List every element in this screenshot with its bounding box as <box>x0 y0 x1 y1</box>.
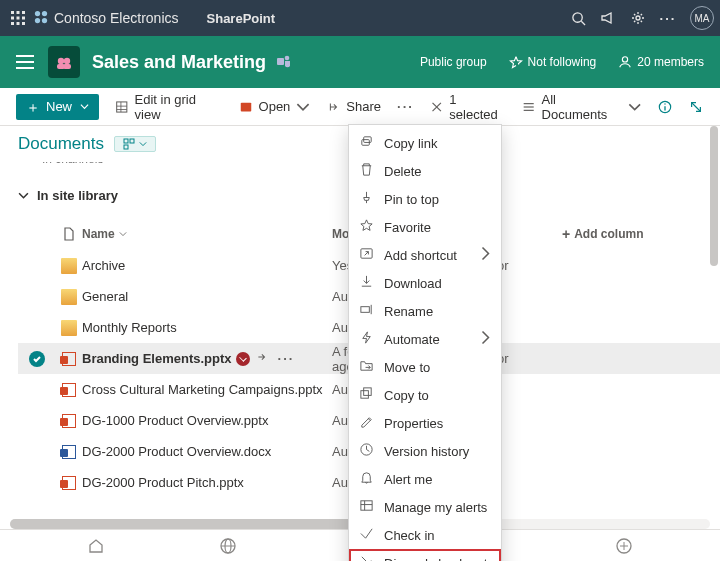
share-icon[interactable] <box>254 350 268 367</box>
menu-item-copy-to[interactable]: Copy to <box>349 381 501 409</box>
menu-item-pin-to-top[interactable]: Pin to top <box>349 185 501 213</box>
file-name[interactable]: Branding Elements.pptx <box>82 351 232 366</box>
app-launcher-icon[interactable] <box>6 6 30 30</box>
menu-item-automate[interactable]: Automate <box>349 325 501 353</box>
menu-item-properties[interactable]: Properties <box>349 409 501 437</box>
menu-item-label: Discard check out <box>384 556 487 562</box>
nav-toggle-icon[interactable] <box>16 55 34 69</box>
tenant-brand[interactable]: Contoso Electronics <box>34 10 179 27</box>
svg-point-11 <box>35 17 40 22</box>
site-header: Sales and Marketing Public group Not fol… <box>0 36 720 88</box>
menu-item-discard-check-out[interactable]: Discard check out <box>349 549 501 561</box>
edit-grid-button[interactable]: Edit in grid view <box>115 92 223 122</box>
new-button[interactable]: ＋ New <box>16 94 99 120</box>
suite-right-controls: ··· MA <box>570 6 714 30</box>
powerpoint-file-icon <box>62 414 76 428</box>
svg-rect-19 <box>63 64 71 69</box>
members-button[interactable]: 20 members <box>618 55 704 69</box>
checkmark-icon[interactable] <box>29 351 45 367</box>
tenant-name: Contoso Electronics <box>54 10 179 26</box>
file-name[interactable]: DG-2000 Product Pitch.pptx <box>82 475 244 490</box>
suite-app-name[interactable]: SharePoint <box>207 11 276 26</box>
powerpoint-file-icon <box>62 383 76 397</box>
menu-item-icon <box>359 190 374 208</box>
file-name[interactable]: DG-2000 Product Overview.docx <box>82 444 271 459</box>
command-overflow-button[interactable]: ··· <box>397 99 414 114</box>
menu-item-icon <box>359 162 374 180</box>
o365-suite-bar: Contoso Electronics SharePoint ··· MA <box>0 0 720 36</box>
menu-item-icon <box>359 330 374 348</box>
file-name[interactable]: General <box>82 289 128 304</box>
selection-count[interactable]: 1 selected <box>430 92 506 122</box>
share-button[interactable]: Share <box>326 99 381 114</box>
row-overflow-button[interactable]: ··· <box>278 351 295 366</box>
edit-grid-label: Edit in grid view <box>135 92 223 122</box>
scrollbar-thumb[interactable] <box>10 519 395 529</box>
file-name[interactable]: Archive <box>82 258 125 273</box>
expand-button[interactable] <box>689 99 704 115</box>
open-button[interactable]: Open <box>239 99 311 114</box>
menu-item-icon <box>359 526 374 544</box>
view-selector-label: All Documents <box>542 92 622 122</box>
menu-item-copy-link[interactable]: Copy link <box>349 129 501 157</box>
group-label: In site library <box>37 188 118 203</box>
menu-item-alert-me[interactable]: Alert me <box>349 465 501 493</box>
menu-item-favorite[interactable]: Favorite <box>349 213 501 241</box>
svg-point-21 <box>285 55 290 60</box>
menu-item-move-to[interactable]: Move to <box>349 353 501 381</box>
settings-icon[interactable] <box>630 10 646 26</box>
command-bar-right: 1 selected All Documents <box>430 92 704 122</box>
share-label: Share <box>346 99 381 114</box>
plus-icon: + <box>562 227 570 241</box>
globe-icon[interactable] <box>219 537 237 555</box>
menu-item-version-history[interactable]: Version history <box>349 437 501 465</box>
site-logo[interactable] <box>48 46 80 78</box>
new-button-label: New <box>46 99 72 114</box>
menu-item-icon <box>359 498 374 516</box>
library-title: Documents <box>18 134 104 154</box>
file-name[interactable]: Cross Cultural Marketing Campaigns.pptx <box>82 382 323 397</box>
file-name[interactable]: DG-1000 Product Overview.pptx <box>82 413 268 428</box>
add-icon[interactable] <box>615 537 633 555</box>
menu-item-label: Version history <box>384 444 469 459</box>
menu-item-label: Copy link <box>384 136 437 151</box>
vertical-scrollbar[interactable] <box>710 126 718 266</box>
menu-item-rename[interactable]: Rename <box>349 297 501 325</box>
follow-button[interactable]: Not following <box>509 55 597 69</box>
svg-rect-53 <box>361 391 369 399</box>
teams-icon[interactable] <box>276 53 292 72</box>
menu-item-manage-my-alerts[interactable]: Manage my alerts <box>349 493 501 521</box>
col-header-icon[interactable] <box>56 227 82 241</box>
menu-item-download[interactable]: Download <box>349 269 501 297</box>
menu-item-delete[interactable]: Delete <box>349 157 501 185</box>
suite-overflow-icon[interactable]: ··· <box>660 10 676 26</box>
menu-item-label: Rename <box>384 304 433 319</box>
svg-rect-1 <box>17 11 20 14</box>
menu-item-check-in[interactable]: Check in <box>349 521 501 549</box>
home-icon[interactable] <box>87 537 105 555</box>
col-header-add[interactable]: +Add column <box>562 227 682 241</box>
svg-rect-8 <box>22 22 25 25</box>
context-menu: Copy linkDeletePin to topFavoriteAdd sho… <box>348 124 502 561</box>
info-pane-button[interactable] <box>657 99 672 115</box>
site-title[interactable]: Sales and Marketing <box>92 52 266 73</box>
menu-item-label: Automate <box>384 332 440 347</box>
menu-item-add-shortcut[interactable]: Add shortcut <box>349 241 501 269</box>
menu-item-icon <box>359 246 374 264</box>
account-avatar[interactable]: MA <box>690 6 714 30</box>
menu-item-icon <box>359 442 374 460</box>
avatar-initials: MA <box>695 13 710 24</box>
svg-point-13 <box>572 12 581 21</box>
menu-item-label: Manage my alerts <box>384 500 487 515</box>
col-header-name[interactable]: Name <box>82 227 332 241</box>
megaphone-icon[interactable] <box>600 10 616 26</box>
menu-item-icon <box>359 134 374 152</box>
chevron-down-icon <box>139 140 147 148</box>
search-icon[interactable] <box>570 10 586 26</box>
svg-point-22 <box>623 57 628 62</box>
powerpoint-file-icon <box>62 352 76 366</box>
menu-item-label: Download <box>384 276 442 291</box>
file-name[interactable]: Monthly Reports <box>82 320 177 335</box>
view-selector[interactable]: All Documents <box>522 92 641 122</box>
tiles-toggle[interactable] <box>114 136 156 152</box>
